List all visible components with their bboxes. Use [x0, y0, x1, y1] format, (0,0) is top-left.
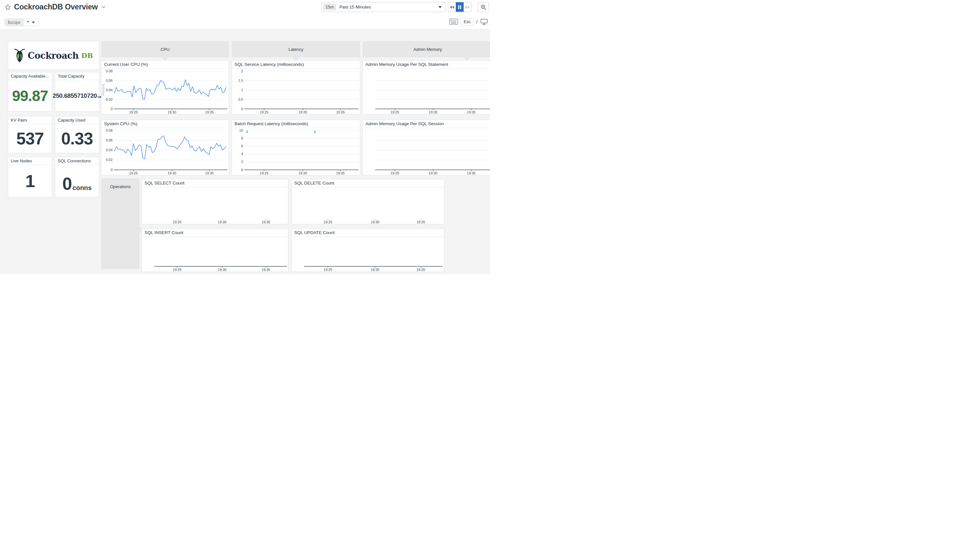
section-header-admin-memory[interactable]: Admin Memory — [363, 41, 490, 57]
chart-panel-system-cpu: System CPU (%) 00.020.040.060.0819:2519:… — [101, 120, 229, 175]
dashboard-canvas: Cockroach DB Capacity Available... 99.87… — [0, 30, 490, 274]
stat-panel-total-capacity[interactable]: Total Capacity 250.6855710720 GB — [55, 72, 99, 111]
svg-text:1.5: 1.5 — [238, 79, 243, 83]
zoom-out-button[interactable] — [478, 2, 489, 12]
section-header-operations[interactable]: Operations — [101, 178, 140, 269]
svg-text:19:25: 19:25 — [260, 110, 268, 114]
svg-text:19:30: 19:30 — [299, 171, 307, 175]
pause-icon — [458, 5, 461, 9]
logo-db-suffix: DB — [81, 51, 93, 60]
section-label: Latency — [288, 47, 303, 52]
svg-text:19:30: 19:30 — [168, 110, 176, 114]
svg-text:19:35: 19:35 — [262, 268, 270, 272]
chart-plot-system-cpu[interactable]: 00.020.040.060.0819:2519:3019:35 — [102, 129, 229, 175]
magnifier-minus-icon — [480, 4, 487, 10]
cockroachdb-logo-panel: Cockroach DB — [8, 41, 99, 70]
scope-variable-name: $scope — [5, 19, 24, 26]
svg-text:19:30: 19:30 — [429, 110, 437, 114]
svg-text:19:35: 19:35 — [467, 171, 475, 175]
svg-text:19:25: 19:25 — [173, 268, 181, 272]
svg-text:19:30: 19:30 — [168, 171, 176, 175]
chart-panel-sql-insert-count: SQL INSERT Count 19:2519:3019:35 — [142, 229, 288, 272]
svg-text:19:25: 19:25 — [324, 220, 332, 224]
svg-text:0.08: 0.08 — [106, 69, 113, 73]
rewind-button[interactable] — [448, 2, 456, 12]
page-title: CockroachDB Overview — [14, 3, 98, 11]
svg-text:19:30: 19:30 — [371, 268, 379, 272]
chart-plot-sql-service-latency[interactable]: 00.511.5219:2519:3019:35 — [232, 69, 360, 114]
chart-plot-sql-insert-count[interactable]: 19:2519:3019:35 — [142, 237, 288, 272]
svg-text:19:30: 19:30 — [218, 220, 226, 224]
logo-wordmark: Cockroach — [28, 51, 79, 60]
svg-text:Percent: Percent — [102, 84, 105, 96]
slash-separator: / — [476, 19, 477, 24]
chart-panel-sql-delete-count: SQL DELETE Count 19:2519:3019:35 — [291, 179, 444, 224]
chart-panel-sql-select-count: SQL SELECT Count 19:2519:3019:35 — [142, 179, 288, 224]
favorite-star-icon[interactable] — [5, 4, 11, 10]
chart-title: SQL SELECT Count — [142, 179, 288, 187]
chart-plot-sql-select-count[interactable]: 19:2519:3019:35 — [142, 188, 288, 224]
chart-panel-sql-update-count: SQL UPDATE Count 19:2519:3019:35 — [291, 229, 444, 272]
section-label: Operations — [110, 184, 131, 189]
svg-text:0: 0 — [111, 168, 113, 172]
svg-text:0: 0 — [111, 107, 113, 111]
chart-panel-admin-memory-session: Admin Memory Usage Per SQL Session 19:25… — [363, 120, 490, 175]
stat-value: 250.6855710720 — [52, 92, 97, 99]
stat-title: Total Capacity — [55, 72, 99, 80]
stat-panel-live-nodes[interactable]: Live Nodes 1 — [8, 157, 52, 197]
stat-title: KV Pairs — [8, 116, 52, 124]
svg-text:19:25: 19:25 — [173, 220, 181, 224]
svg-text:8: 8 — [241, 136, 243, 140]
title-chevron-down-icon[interactable] — [102, 5, 106, 9]
svg-text:19:35: 19:35 — [336, 110, 345, 114]
chart-title: SQL Service Latency (milliseconds) — [232, 60, 360, 69]
forward-button[interactable] — [464, 2, 471, 12]
time-range-badge: 15m — [323, 3, 336, 10]
section-header-cpu[interactable]: CPU — [101, 41, 229, 57]
svg-text:0.06: 0.06 — [106, 79, 113, 83]
chart-plot-current-user-cpu[interactable]: 00.020.040.060.0819:2519:3019:35Percent — [102, 69, 229, 114]
stat-value: 537 — [16, 129, 44, 148]
fast-forward-icon — [465, 5, 470, 9]
svg-text:0: 0 — [241, 107, 243, 111]
chart-plot-admin-memory-statement[interactable]: 19:2519:3019:35 — [363, 69, 490, 114]
rewind-icon — [450, 5, 455, 9]
chart-plot-sql-delete-count[interactable]: 19:2519:3019:35 — [292, 188, 444, 224]
svg-text:0.5: 0.5 — [238, 97, 243, 102]
playback-controls — [448, 2, 472, 12]
stat-panel-sql-connections[interactable]: SQL Connections 0 conns — [55, 157, 99, 197]
svg-text:4: 4 — [241, 152, 243, 156]
svg-text:2: 2 — [241, 69, 243, 73]
svg-text:19:35: 19:35 — [205, 171, 214, 175]
chart-panel-admin-memory-statement: Admin Memory Usage Per SQL Statement 19:… — [363, 60, 490, 114]
chart-plot-batch-request-latency[interactable]: 024681019:2519:3019:35 — [232, 129, 360, 175]
section-header-latency[interactable]: Latency — [232, 41, 360, 57]
chart-plot-admin-memory-session[interactable]: 19:2519:3019:35 — [363, 129, 490, 175]
stat-unit: conns — [72, 184, 92, 192]
chart-title: Admin Memory Usage Per SQL Session — [363, 120, 490, 128]
svg-text:19:35: 19:35 — [262, 220, 270, 224]
chart-title: Current User CPU (%) — [102, 60, 229, 69]
svg-text:2: 2 — [241, 160, 243, 164]
keyboard-shortcuts-icon[interactable] — [449, 19, 458, 25]
scope-variable-selector[interactable]: $scope * — [5, 19, 38, 26]
svg-text:10: 10 — [239, 129, 243, 132]
section-label: Admin Memory — [413, 47, 442, 52]
stat-value: 0.33 — [61, 129, 93, 148]
pause-button[interactable] — [456, 2, 463, 12]
svg-text:19:25: 19:25 — [260, 171, 268, 175]
chart-panel-sql-service-latency: SQL Service Latency (milliseconds) 00.51… — [232, 60, 360, 114]
svg-text:0.06: 0.06 — [106, 138, 113, 142]
tv-mode-icon[interactable] — [480, 19, 488, 25]
chart-plot-sql-update-count[interactable]: 19:2519:3019:35 — [292, 237, 444, 272]
stat-panel-kv-pairs[interactable]: KV Pairs 537 — [8, 116, 52, 153]
stat-panel-capacity-used[interactable]: Capacity Used 0.33 — [55, 116, 99, 153]
stat-title: Capacity Available... — [8, 72, 52, 80]
stat-panel-capacity-available[interactable]: Capacity Available... 99.87 — [8, 72, 52, 111]
time-range-picker[interactable]: 15m Past 15 Minutes — [321, 2, 445, 12]
esc-key-hint: Esc — [461, 18, 474, 25]
svg-text:0.08: 0.08 — [106, 129, 113, 132]
stat-title: Capacity Used — [55, 116, 99, 124]
svg-text:19:30: 19:30 — [299, 110, 307, 114]
stat-value: 1 — [25, 171, 35, 191]
